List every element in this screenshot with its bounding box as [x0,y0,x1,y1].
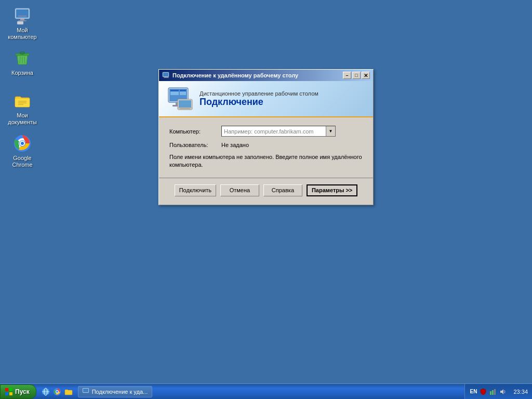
error-message: Поле имени компьютера не заполнено. Введ… [169,153,363,169]
options-button[interactable]: Параметры >> [307,184,357,196]
remote-desktop-dialog: Подключение к удалённому рабочему столу … [158,69,374,205]
recycle-bin-label: Корзина [11,70,33,76]
volume-icon[interactable] [499,388,507,396]
recycle-bin-icon [13,49,32,68]
dialog-titlebar[interactable]: Подключение к удалённому рабочему столу … [159,70,373,81]
rdp-taskbar-icon [83,388,90,395]
combobox-arrow[interactable]: ▼ [326,126,335,136]
desktop-icon-my-documents[interactable]: Мои документы [4,89,41,128]
taskbar-ie-icon[interactable] [41,387,51,397]
svg-rect-7 [20,52,24,54]
svg-rect-48 [83,389,88,392]
security-icon[interactable] [479,388,487,396]
svg-rect-51 [494,389,496,395]
connect-button[interactable]: Подключить [175,184,216,196]
desktop-icon-my-computer[interactable]: Мой компьютер [4,4,41,43]
user-label: Пользователь: [169,142,221,148]
svg-rect-22 [164,77,169,78]
minimize-button[interactable]: – [343,72,351,79]
computer-label: Компьютер: [169,128,221,135]
svg-rect-20 [163,73,168,76]
svg-rect-50 [492,390,494,395]
taskbar-chrome-icon[interactable] [52,387,62,397]
svg-rect-38 [9,392,12,395]
banner-subtitle: Дистанционное управление рабочим столом [200,90,318,97]
svg-rect-4 [18,20,26,21]
quick-launch [38,387,76,397]
svg-rect-49 [490,391,491,395]
dialog-banner: Дистанционное управление рабочим столом … [159,81,373,117]
taskbar-folder-icon[interactable] [63,387,74,397]
computer-row: Компьютер: Например: computer.fabrikam.c… [169,126,363,137]
taskbar: Пуск [0,383,532,399]
svg-rect-35 [5,388,8,391]
svg-rect-21 [164,77,168,77]
network-icon[interactable] [489,388,497,396]
svg-rect-34 [180,108,190,109]
svg-rect-28 [180,90,186,91]
desktop-icon-recycle-bin[interactable]: Корзина [4,47,41,78]
tray-icons: EN [469,388,507,396]
computer-combobox[interactable]: Например: computer.fabrikam.com ▼ [221,126,336,137]
svg-rect-36 [9,388,12,391]
svg-point-18 [21,142,24,145]
titlebar-buttons: – □ ✕ [343,72,370,79]
dialog-buttons: Подключить Отмена Справка Параметры >> [159,178,373,205]
dialog-body: Компьютер: Например: computer.fabrikam.c… [159,117,373,178]
windows-logo-icon [5,388,13,396]
close-button[interactable]: ✕ [362,72,370,79]
svg-rect-3 [20,19,24,20]
computer-placeholder: Например: computer.fabrikam.com [223,128,326,135]
my-documents-label: Мои документы [6,112,38,126]
system-clock[interactable]: 23:34 [513,389,528,395]
svg-rect-2 [18,16,26,17]
my-computer-label: Мой компьютер [6,27,38,41]
system-tray: EN 23:34 [464,384,532,399]
user-value: Не задано [221,142,249,148]
maximize-button[interactable]: □ [352,72,361,79]
taskbar-rdp-app[interactable]: Подключение к уда... [78,386,153,397]
svg-rect-32 [179,100,191,108]
dialog-title-text: Подключение к удалённому рабочему столу [172,72,343,78]
cancel-button[interactable]: Отмена [220,184,259,196]
google-chrome-label: Google Chrome [6,155,38,168]
user-row: Пользователь: Не задано [169,142,363,148]
my-computer-icon [13,6,32,25]
desktop-icon-google-chrome[interactable]: Google Chrome [4,132,41,170]
svg-rect-5 [17,21,23,24]
dialog-title-icon [162,71,170,79]
svg-rect-26 [170,90,179,91]
chevron-down-icon: ▼ [329,129,333,134]
banner-text: Дистанционное управление рабочим столом … [200,90,318,108]
google-chrome-icon [13,134,32,153]
my-documents-icon [13,91,32,110]
help-button[interactable]: Справка [263,184,302,196]
start-button[interactable]: Пуск [0,384,36,399]
svg-point-46 [56,391,58,393]
taskbar-app-label: Подключение к уда... [92,389,148,395]
start-label: Пуск [15,388,30,395]
banner-title: Подключение [200,97,318,108]
svg-rect-37 [5,392,8,395]
language-icon[interactable]: EN [469,388,477,396]
banner-icon [167,86,193,112]
